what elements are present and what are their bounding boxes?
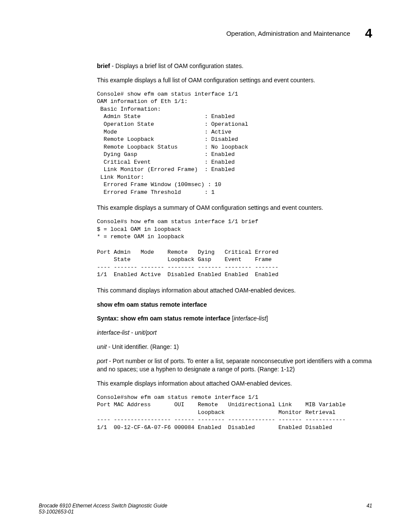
unit-label: unit xyxy=(97,343,107,350)
port-label: port xyxy=(97,358,107,364)
code-block-3: Console#show efm oam status remote inter… xyxy=(97,394,372,432)
il-right: unit/port xyxy=(135,329,157,336)
interface-list-def: interface-list - unit/port xyxy=(97,329,372,337)
brief-line: brief - Displays a brief list of OAM con… xyxy=(97,62,372,70)
page-header: Operation, Administration and Maintenanc… xyxy=(39,26,372,40)
content-area: brief - Displays a brief list of OAM con… xyxy=(97,62,372,432)
syntax-line: Syntax: show efm oam status remote inter… xyxy=(97,314,372,323)
paragraph-4: This example displays information about … xyxy=(97,380,372,388)
syntax-param: interface-list xyxy=(234,315,266,322)
unit-desc: - Unit identifier. (Range: 1) xyxy=(107,343,179,350)
paragraph-1: This example displays a full list of OAM… xyxy=(97,76,372,84)
syntax-prefix: Syntax: show efm oam status remote inter… xyxy=(97,315,230,322)
syntax-close: ] xyxy=(266,315,268,322)
port-desc: - Port number or list of ports. To enter… xyxy=(97,358,372,373)
brief-label: brief xyxy=(97,62,110,69)
command-heading: show efm oam status remote interface xyxy=(97,301,372,309)
page-footer: 41 Brocade 6910 Ethernet Access Switch D… xyxy=(39,503,372,515)
port-def: port - Port number or list of ports. To … xyxy=(97,357,372,373)
header-title: Operation, Administration and Maintenanc… xyxy=(226,30,350,37)
page-number: 41 xyxy=(367,503,372,509)
il-left: interface-list xyxy=(97,329,129,336)
chapter-number: 4 xyxy=(365,26,372,40)
brief-desc: - Displays a brief list of OAM configura… xyxy=(110,62,243,69)
footer-doc: Brocade 6910 Ethernet Access Switch Diag… xyxy=(39,503,372,509)
paragraph-3: This command displays information about … xyxy=(97,286,372,295)
code-block-1: Console# show efm oam status interface 1… xyxy=(97,90,372,196)
page: Operation, Administration and Maintenanc… xyxy=(0,0,411,532)
code-block-2: Console#s how efm oam status interface 1… xyxy=(97,218,372,278)
footer-pn: 53-1002653-01 xyxy=(39,509,372,515)
il-sep: - xyxy=(129,329,134,336)
paragraph-2: This example displays a summary of OAM c… xyxy=(97,204,372,212)
unit-def: unit - Unit identifier. (Range: 1) xyxy=(97,343,372,351)
